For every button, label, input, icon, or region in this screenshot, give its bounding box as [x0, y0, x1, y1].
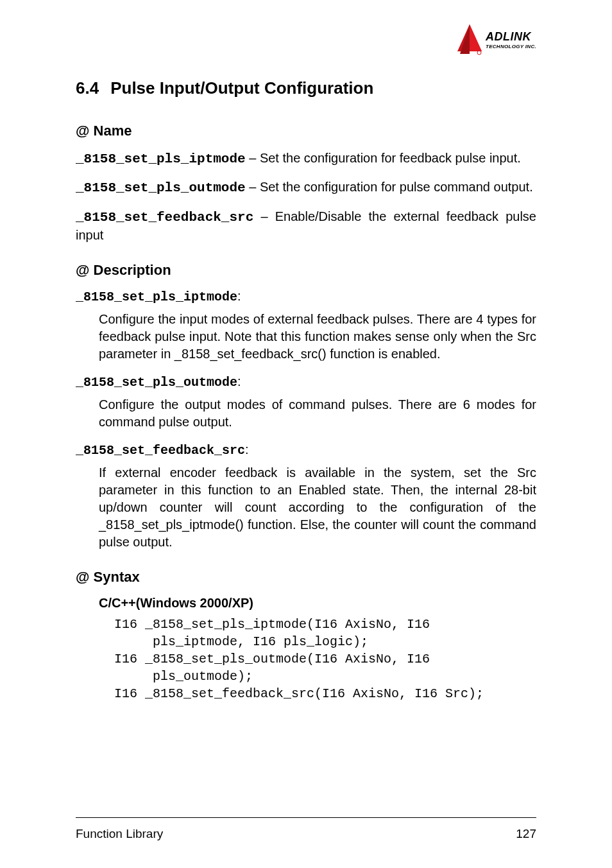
fn-name: _8158_set_feedback_src	[76, 443, 245, 458]
name-block: _8158_set_pls_iptmode – Set the configur…	[76, 150, 536, 244]
syntax-heading: @ Syntax	[76, 569, 536, 586]
page-footer: Function Library 127	[76, 817, 536, 841]
name-entry: _8158_set_feedback_src – Enable/Disable …	[76, 208, 536, 244]
adlink-triangle-icon	[456, 23, 483, 56]
section-title-text: Pulse Input/Output Configuration	[110, 78, 373, 98]
syntax-section: @ Syntax C/C++(Windows 2000/XP) I16 _815…	[76, 569, 536, 702]
page-number: 127	[516, 827, 536, 841]
section-title: 6.4Pulse Input/Output Configuration	[76, 78, 536, 98]
code-block: I16 _8158_set_pls_iptmode(I16 AxisNo, I1…	[114, 616, 536, 702]
brand-name-bottom: TECHNOLOGY INC.	[486, 44, 536, 49]
colon: :	[237, 289, 241, 303]
desc-body: Configure the input modes of external fe…	[99, 311, 536, 363]
fn-name: _8158_set_pls_outmode	[76, 375, 237, 390]
name-entry: _8158_set_pls_iptmode – Set the configur…	[76, 150, 536, 168]
desc-body: If external encoder feedback is availabl…	[99, 464, 536, 551]
footer-rule	[76, 817, 536, 818]
fn-name: _8158_set_pls_outmode	[76, 180, 246, 195]
desc-fn-title: _8158_set_pls_iptmode:	[76, 289, 536, 304]
svg-marker-2	[470, 24, 482, 51]
name-entry: _8158_set_pls_outmode – Set the configur…	[76, 178, 536, 197]
desc-body: Configure the output modes of command pu…	[99, 396, 536, 431]
section-number: 6.4	[76, 78, 99, 98]
description-section: @ Description _8158_set_pls_iptmode: Con…	[76, 262, 536, 551]
footer-left: Function Library	[76, 827, 163, 841]
syntax-lang: C/C++(Windows 2000/XP)	[99, 596, 536, 611]
desc-fn-title: _8158_set_pls_outmode:	[76, 374, 536, 390]
colon: :	[245, 442, 249, 456]
fn-name: _8158_set_feedback_src	[76, 210, 253, 225]
brand-logo: ADLINK TECHNOLOGY INC.	[456, 23, 536, 56]
name-heading: @ Name	[76, 123, 536, 139]
colon: :	[237, 374, 241, 388]
desc-fn-title: _8158_set_feedback_src:	[76, 442, 536, 458]
description-heading: @ Description	[76, 262, 536, 279]
fn-short-desc: – Set the configuration for pulse comman…	[246, 180, 533, 194]
fn-name: _8158_set_pls_iptmode	[76, 152, 246, 166]
brand-name-top: ADLINK	[486, 30, 536, 44]
fn-short-desc: – Set the configuration for feedback pul…	[246, 151, 521, 165]
fn-name: _8158_set_pls_iptmode	[76, 290, 237, 304]
